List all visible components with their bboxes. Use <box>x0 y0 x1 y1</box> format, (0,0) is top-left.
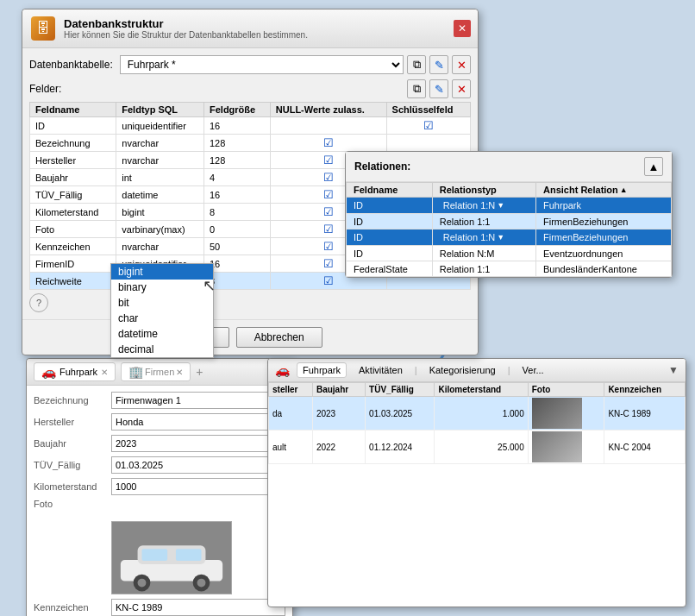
svg-point-7 <box>197 579 206 588</box>
dropdown-item-bit[interactable]: bit <box>111 295 213 311</box>
fuhrpark-tab-close[interactable]: ✕ <box>101 368 108 377</box>
row1-steller: da <box>269 397 313 431</box>
dropdown-item-decimal[interactable]: decimal <box>111 342 213 357</box>
col-feldname: Feldname <box>30 103 116 117</box>
type-cell: bigint <box>116 204 204 221</box>
view-tab-kategorisierung-label: Kategorisierung <box>429 365 496 375</box>
edit-icon-btn[interactable]: ✎ <box>429 55 448 74</box>
data-view: 🚗 Fuhrpark Aktivitäten | Kategorisierung… <box>267 358 686 607</box>
kennzeichen-input[interactable] <box>111 599 285 616</box>
row2-foto <box>528 431 604 464</box>
relationen-dialog: Relationen: ▲ Feldname Relationstyp Ansi… <box>345 151 673 278</box>
view-tab-ver[interactable]: Ver... <box>517 363 549 377</box>
database-select[interactable]: Fuhrpark * <box>120 55 404 74</box>
title-icon: 🗄 <box>29 15 57 42</box>
title-text: Datenbankstruktur Hier können Sie die St… <box>64 17 454 40</box>
rel-feldname: ID <box>347 198 433 214</box>
row2-steller: ault <box>269 431 313 464</box>
svg-rect-9 <box>176 549 202 561</box>
dialog-subtitle: Hier können Sie die Struktur der Datenba… <box>64 30 454 40</box>
type-cell: datetime <box>116 186 204 204</box>
form-row-foto: Foto <box>34 499 285 518</box>
tab-separator-1: | <box>415 365 417 375</box>
dropdown-item-bigint[interactable]: bigint <box>111 264 213 280</box>
name-cell: TÜV_Fällig <box>30 186 116 204</box>
dialog-titlebar: 🗄 Datenbankstruktur Hier können Sie die … <box>22 9 478 48</box>
name-cell: Bezeichnung <box>30 135 116 152</box>
row1-baujahr: 2023 <box>312 397 365 431</box>
db-icon: 🗄 <box>31 16 55 41</box>
form-row-bezeichnung: Bezeichnung <box>34 391 285 410</box>
fuhrpark-detail-window: 🚗 Fuhrpark ✕ 🏢 Firmen ✕ + Bezeichnung He… <box>26 358 293 616</box>
type-cell: int <box>116 169 204 186</box>
felder-copy-btn[interactable]: ⧉ <box>407 79 426 98</box>
felder-delete-btn[interactable]: ✕ <box>452 79 471 98</box>
view-tab-fuhrpark-label: Fuhrpark <box>303 365 341 375</box>
baujahr-label: Baujahr <box>34 438 111 449</box>
form-row-baujahr: Baujahr <box>34 434 285 453</box>
copy-icon-btn[interactable]: ⧉ <box>407 55 426 74</box>
bezeichnung-input[interactable] <box>111 392 285 409</box>
km-input[interactable] <box>111 478 285 495</box>
tuev-input-group: 📅 <box>111 456 285 474</box>
row1-km: 1.000 <box>435 397 528 431</box>
name-cell: Foto <box>30 221 116 238</box>
car-icon: 🚗 <box>41 365 56 379</box>
tuev-input[interactable] <box>111 456 268 474</box>
view-tab-aktivitaeten-label: Aktivitäten <box>359 365 403 375</box>
baujahr-input[interactable] <box>111 435 285 452</box>
data-view-header: 🚗 Fuhrpark Aktivitäten | Kategorisierung… <box>268 359 686 382</box>
form-body: Bezeichnung Hersteller Baujahr TÜV_Fälli… <box>27 386 292 616</box>
name-cell: Kilometerstand <box>30 204 116 221</box>
data-row-2[interactable]: ault 2022 01.12.2024 25.000 KN-C 2004 <box>269 431 686 464</box>
row2-km: 25.000 <box>435 431 528 464</box>
view-tab-aktivitaeten[interactable]: Aktivitäten <box>354 363 408 377</box>
data-table-view: steller Baujahr TÜV_Fällig Kilometerstan… <box>268 382 686 464</box>
type-cell: uniqueidentifier <box>116 117 204 135</box>
tab-separator-2: | <box>508 365 510 375</box>
relationen-table: Feldname Relationstyp Ansicht Relation ▲… <box>346 182 672 277</box>
col-schluessel: Schlüsselfeld <box>386 103 470 117</box>
km-label: Kilometerstand <box>34 481 111 492</box>
relationen-header: Relationen: ▲ <box>346 152 672 182</box>
data-view-body: steller Baujahr TÜV_Fällig Kilometerstan… <box>268 382 686 464</box>
vcol-km: Kilometerstand <box>435 383 528 397</box>
col-feldgroesse: Feldgröße <box>203 103 270 117</box>
name-cell: Kennzeichen <box>30 238 116 255</box>
tuev-label: TÜV_Fällig <box>34 460 111 470</box>
relationen-sort-btn[interactable]: ▲ <box>644 157 663 176</box>
add-tab-button[interactable]: + <box>196 365 203 379</box>
form-row-hersteller: Hersteller <box>34 412 285 431</box>
abbrechen-button[interactable]: Abbrechen <box>236 327 322 348</box>
view-tab-fuhrpark[interactable]: Fuhrpark <box>297 362 347 378</box>
type-dropdown: bigint binary bit char datetime decimal <box>110 263 214 358</box>
dialog-footer: OK Abbrechen <box>22 319 478 355</box>
col-feldtyp: Feldtyp SQL <box>116 103 204 117</box>
firmen-tab-close[interactable]: ✕ <box>176 368 183 377</box>
firmen-icon: 🏢 <box>128 365 143 379</box>
row1-kennzeichen: KN-C 1989 <box>604 397 686 431</box>
relationen-title: Relationen: <box>354 160 410 173</box>
rel-col-typ: Relationstyp <box>432 183 535 198</box>
firmen-tab[interactable]: 🏢 Firmen ✕ <box>121 362 191 381</box>
filter-icon[interactable]: ▼ <box>668 364 679 376</box>
delete-icon-btn[interactable]: ✕ <box>452 55 471 74</box>
dropdown-item-char[interactable]: char <box>111 311 213 326</box>
svg-rect-8 <box>142 549 168 561</box>
data-view-car-icon: 🚗 <box>275 363 290 377</box>
svg-point-5 <box>138 579 147 588</box>
type-cell: nvarchar <box>116 238 204 255</box>
info-button[interactable]: ? <box>29 293 48 312</box>
hersteller-input[interactable] <box>111 413 285 431</box>
rel-typ: Relation 1:1 <box>432 261 535 277</box>
fuhrpark-tab-active[interactable]: 🚗 Fuhrpark ✕ <box>34 362 116 381</box>
dropdown-item-datetime[interactable]: datetime <box>111 326 213 342</box>
vcol-steller: steller <box>269 383 313 397</box>
view-tab-kategorisierung[interactable]: Kategorisierung <box>424 363 501 377</box>
vcol-kennzeichen: Kennzeichen <box>604 383 686 397</box>
rel-typ: Relation N:M <box>432 246 535 261</box>
data-row-1[interactable]: da 2023 01.03.2025 1.000 KN-C 1989 <box>269 397 686 431</box>
felder-edit-btn[interactable]: ✎ <box>429 79 448 98</box>
dropdown-item-binary[interactable]: binary <box>111 280 213 295</box>
close-button[interactable]: ✕ <box>454 20 471 37</box>
